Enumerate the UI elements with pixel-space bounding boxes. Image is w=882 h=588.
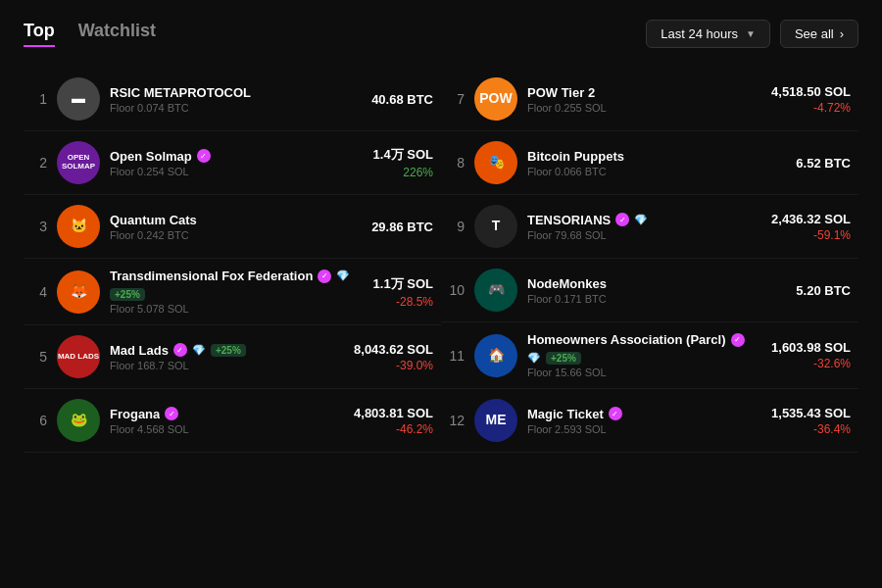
list-item[interactable]: 3🐱Quantum CatsFloor 0.242 BTC29.86 BTC [24, 195, 441, 259]
see-all-button[interactable]: See all › [780, 20, 858, 48]
nft-change: -46.2% [354, 422, 433, 436]
avatar: 🦊 [57, 270, 100, 314]
tab-watchlist[interactable]: Watchlist [78, 21, 156, 47]
plus25-badge: +25% [211, 344, 246, 357]
chevron-down-icon: ▼ [746, 28, 756, 39]
nft-name-row: Open Solmap✓ [110, 149, 364, 164]
nft-floor: Floor 0.242 BTC [110, 229, 362, 241]
avatar: POW [474, 77, 517, 121]
verified-badge: ✓ [197, 149, 211, 163]
nft-name: Magic Ticket [527, 407, 604, 421]
list-item[interactable]: 9TTENSORIANS✓💎Floor 79.68 SOL2,436.32 SO… [441, 195, 858, 259]
nft-info: Homeowners Association (Parcl)✓💎+25%Floo… [527, 332, 761, 378]
nft-name-row: Quantum Cats [110, 213, 362, 227]
rank-number: 7 [449, 91, 465, 107]
nft-name: Quantum Cats [110, 213, 197, 227]
time-filter-dropdown[interactable]: Last 24 hours ▼ [646, 20, 770, 48]
nft-info: Frogana✓Floor 4.568 SOL [110, 407, 344, 435]
diamond-icon: 💎 [634, 214, 648, 226]
list-item[interactable]: 11🏠Homeowners Association (Parcl)✓💎+25%F… [441, 322, 858, 389]
list-item[interactable]: 6🐸Frogana✓Floor 4.568 SOL4,803.81 SOL-46… [24, 389, 441, 453]
nft-stats: 8,043.62 SOL-39.0% [354, 342, 433, 372]
verified-badge: ✓ [615, 213, 629, 226]
list-item[interactable]: 5MAD LADSMad Lads✓💎+25%Floor 168.7 SOL8,… [24, 325, 441, 389]
list-item[interactable]: 10🎮NodeMonkesFloor 0.171 BTC5.20 BTC [441, 259, 858, 322]
list-item[interactable]: 8🎭Bitcoin PuppetsFloor 0.066 BTC6.52 BTC [441, 131, 858, 195]
nft-floor: Floor 4.568 SOL [110, 423, 344, 435]
rank-number: 4 [31, 284, 47, 300]
nft-info: Transdimensional Fox Federation✓💎+25%Flo… [110, 269, 364, 315]
tab-top[interactable]: Top [24, 21, 55, 47]
nft-name-row: RSIC METAPROTOCOL [110, 85, 362, 100]
verified-badge: ✓ [165, 407, 178, 420]
verified-badge: ✓ [318, 270, 331, 283]
avatar: ME [474, 399, 517, 442]
nft-name-row: NodeMonkes [527, 276, 786, 291]
nft-floor: Floor 168.7 SOL [110, 360, 344, 371]
nft-change: -36.4% [771, 422, 851, 436]
tabs: Top Watchlist [24, 21, 156, 47]
nft-change: -39.0% [354, 359, 433, 372]
nft-name-row: Mad Lads✓💎+25% [110, 343, 344, 358]
header: Top Watchlist Last 24 hours ▼ See all › [24, 20, 858, 48]
rank-number: 5 [31, 349, 47, 365]
nft-info: Bitcoin PuppetsFloor 0.066 BTC [527, 149, 786, 177]
nft-floor: Floor 0.254 SOL [110, 166, 364, 177]
nft-floor: Floor 2.593 SOL [527, 423, 761, 435]
nft-volume: 8,043.62 SOL [354, 342, 433, 357]
nft-volume: 4,803.81 SOL [354, 406, 433, 420]
rank-number: 1 [31, 91, 47, 107]
nft-name: TENSORIANS [527, 213, 611, 227]
nft-name-row: Transdimensional Fox Federation✓💎+25% [110, 269, 364, 301]
nft-name: Mad Lads [110, 343, 169, 358]
nft-name: Bitcoin Puppets [527, 149, 624, 164]
rank-number: 6 [31, 413, 47, 428]
nft-stats: 2,436.32 SOL-59.1% [771, 212, 851, 242]
nft-stats: 6.52 BTC [796, 156, 851, 171]
list-item[interactable]: 1▬RSIC METAPROTOCOLFloor 0.074 BTC40.68 … [24, 68, 441, 131]
nft-info: Magic Ticket✓Floor 2.593 SOL [527, 407, 761, 435]
chevron-right-icon: › [840, 26, 844, 41]
nft-stats: 1,603.98 SOL-32.6% [771, 340, 851, 370]
nft-floor: Floor 79.68 SOL [527, 229, 761, 241]
rank-number: 8 [449, 155, 465, 171]
nft-change: -59.1% [771, 228, 851, 242]
nft-volume: 1.1万 SOL [373, 275, 433, 293]
nft-stats: 1.1万 SOL-28.5% [373, 275, 433, 309]
verified-badge: ✓ [731, 333, 745, 347]
nft-name-row: Homeowners Association (Parcl)✓💎+25% [527, 332, 761, 365]
nft-change: -32.6% [771, 357, 851, 370]
nft-stats: 1.4万 SOL226% [373, 146, 433, 179]
list-item[interactable]: 12MEMagic Ticket✓Floor 2.593 SOL1,535.43… [441, 389, 858, 453]
rank-number: 2 [31, 155, 47, 171]
nft-name: Transdimensional Fox Federation [110, 269, 313, 283]
avatar: 🐸 [57, 399, 100, 442]
nft-volume: 1,603.98 SOL [771, 340, 851, 355]
nft-info: Mad Lads✓💎+25%Floor 168.7 SOL [110, 343, 344, 371]
avatar: T [474, 205, 517, 248]
avatar: 🎭 [474, 141, 517, 184]
right-column: 7POWPOW Tier 2Floor 0.255 SOL4,518.50 SO… [441, 68, 858, 453]
nft-volume: 2,436.32 SOL [771, 212, 851, 226]
nft-volume: 40.68 BTC [371, 92, 433, 107]
list-item[interactable]: 4🦊Transdimensional Fox Federation✓💎+25%F… [24, 259, 441, 325]
nft-floor: Floor 0.066 BTC [527, 166, 786, 177]
nft-name: POW Tier 2 [527, 85, 595, 100]
list-item[interactable]: 2OPEN SOLMAPOpen Solmap✓Floor 0.254 SOL1… [24, 131, 441, 195]
nft-stats: 29.86 BTC [371, 220, 433, 234]
nft-stats: 4,518.50 SOL-4.72% [771, 84, 851, 115]
nft-grid: 1▬RSIC METAPROTOCOLFloor 0.074 BTC40.68 … [24, 68, 858, 453]
nft-stats: 1,535.43 SOL-36.4% [771, 406, 851, 436]
nft-name: Open Solmap [110, 149, 192, 164]
nft-floor: Floor 0.074 BTC [110, 102, 362, 114]
nft-volume: 4,518.50 SOL [771, 84, 851, 99]
nft-info: Open Solmap✓Floor 0.254 SOL [110, 149, 364, 177]
avatar: OPEN SOLMAP [57, 141, 100, 184]
nft-info: Quantum CatsFloor 0.242 BTC [110, 213, 362, 241]
nft-floor: Floor 5.078 SOL [110, 303, 364, 315]
rank-number: 10 [449, 282, 465, 298]
list-item[interactable]: 7POWPOW Tier 2Floor 0.255 SOL4,518.50 SO… [441, 68, 858, 131]
nft-name-row: POW Tier 2 [527, 85, 761, 100]
nft-info: TENSORIANS✓💎Floor 79.68 SOL [527, 213, 761, 241]
nft-info: POW Tier 2Floor 0.255 SOL [527, 85, 761, 114]
